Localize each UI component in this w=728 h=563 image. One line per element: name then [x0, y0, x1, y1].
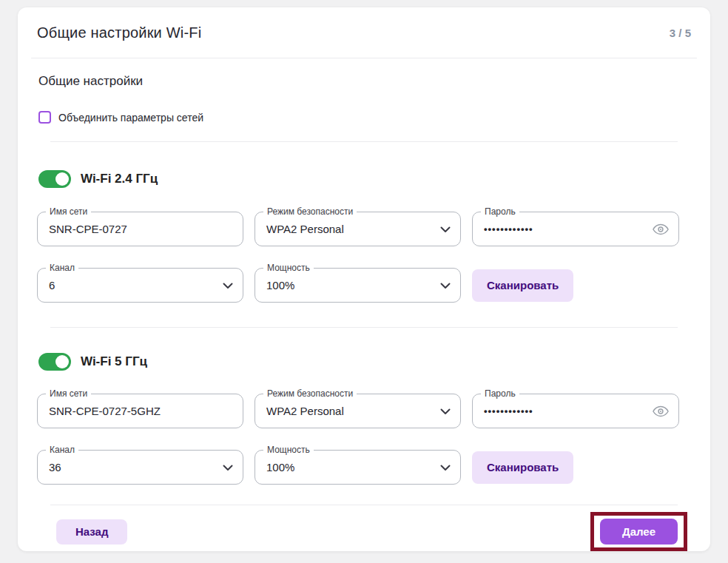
wifi5-security-select[interactable]: Режим безопасности WPA2 Personal [255, 394, 461, 428]
footer: Назад Далее [37, 512, 691, 551]
merge-networks-checkbox[interactable]: Объединить параметры сетей [38, 111, 203, 124]
wifi5-label: Wi-Fi 5 ГГц [81, 354, 147, 369]
wifi5-password-input[interactable] [473, 394, 678, 428]
wifi5-ssid-field: Имя сети [37, 394, 243, 428]
wifi24-ssid-input[interactable] [38, 212, 243, 246]
channel-value: 36 [38, 461, 61, 473]
wifi24-power-select[interactable]: Мощность 100% [255, 268, 461, 303]
next-button[interactable]: Далее [600, 519, 678, 545]
power-label: Мощность [263, 445, 314, 455]
channel-value: 6 [38, 279, 55, 291]
ssid-label: Имя сети [46, 206, 91, 217]
wifi24-toggle-row: Wi-Fi 2.4 ГГц [38, 170, 691, 188]
wifi5-toggle[interactable] [38, 353, 71, 371]
highlight-annotation-box: Далее [590, 512, 687, 551]
toggle-knob [55, 172, 69, 186]
chevron-down-icon [440, 461, 451, 474]
password-label: Пароль [481, 206, 519, 217]
footer-divider [50, 505, 678, 505]
chevron-down-icon [440, 405, 451, 418]
channel-label: Канал [46, 263, 78, 273]
card-header: Общие настройки Wi-Fi 3 / 5 [18, 7, 710, 58]
wifi5-fields-row1: Имя сети Режим безопасности WPA2 Persona… [37, 394, 691, 428]
power-label: Мощность [263, 263, 314, 273]
power-value: 100% [255, 461, 294, 473]
security-value: WPA2 Personal [255, 405, 344, 417]
wifi24-password-field: Пароль [472, 212, 679, 246]
wifi24-ssid-field: Имя сети [37, 212, 243, 246]
wifi24-toggle[interactable] [38, 170, 71, 188]
security-value: WPA2 Personal [255, 223, 344, 235]
chevron-down-icon [440, 279, 451, 292]
wifi5-scan-button[interactable]: Сканировать [472, 451, 573, 484]
wifi24-scan-wrap: Сканировать [472, 268, 679, 303]
wifi24-fields-row2: Канал 6 Мощность 100% Сканировать [37, 268, 691, 303]
wifi24-security-select[interactable]: Режим безопасности WPA2 Personal [255, 212, 461, 246]
security-label: Режим безопасности [263, 388, 357, 399]
wifi24-password-input[interactable] [473, 212, 678, 246]
content: Общие настройки Объединить параметры сет… [18, 74, 710, 551]
ssid-label: Имя сети [46, 388, 91, 399]
wifi5-power-select[interactable]: Мощность 100% [255, 450, 461, 485]
back-button[interactable]: Назад [56, 519, 127, 545]
step-indicator: 3 / 5 [670, 27, 691, 39]
wifi5-ssid-input[interactable] [38, 394, 243, 428]
section-divider [50, 141, 678, 142]
wizard-card: Общие настройки Wi-Fi 3 / 5 Общие настро… [18, 7, 710, 551]
password-label: Пароль [481, 388, 519, 399]
wifi24-label: Wi-Fi 2.4 ГГц [81, 172, 158, 186]
toggle-knob [55, 355, 69, 368]
band-divider [50, 327, 678, 328]
checkbox-label: Объединить параметры сетей [58, 112, 203, 124]
wifi5-scan-wrap: Сканировать [472, 450, 679, 485]
header-divider [31, 58, 697, 58]
wifi24-fields-row1: Имя сети Режим безопасности WPA2 Persona… [37, 212, 691, 246]
page-title: Общие настройки Wi-Fi [37, 24, 201, 41]
eye-icon[interactable] [653, 223, 669, 235]
wifi24-scan-button[interactable]: Сканировать [472, 269, 573, 302]
chevron-down-icon [440, 223, 451, 236]
power-value: 100% [255, 279, 294, 291]
channel-label: Канал [46, 445, 78, 455]
chevron-down-icon [223, 461, 233, 474]
wifi5-toggle-row: Wi-Fi 5 ГГц [38, 353, 691, 371]
chevron-down-icon [223, 279, 233, 292]
checkbox-box-icon[interactable] [38, 111, 51, 124]
eye-icon[interactable] [653, 405, 669, 417]
wifi24-channel-select[interactable]: Канал 6 [37, 268, 243, 303]
wifi5-fields-row2: Канал 36 Мощность 100% Сканировать [37, 450, 691, 485]
section-heading: Общие настройки [38, 74, 691, 89]
wifi5-channel-select[interactable]: Канал 36 [37, 450, 243, 485]
wifi-settings-page: { "header": { "title": "Общие настройки … [0, 0, 728, 563]
wifi5-password-field: Пароль [472, 394, 679, 428]
security-label: Режим безопасности [263, 206, 357, 217]
